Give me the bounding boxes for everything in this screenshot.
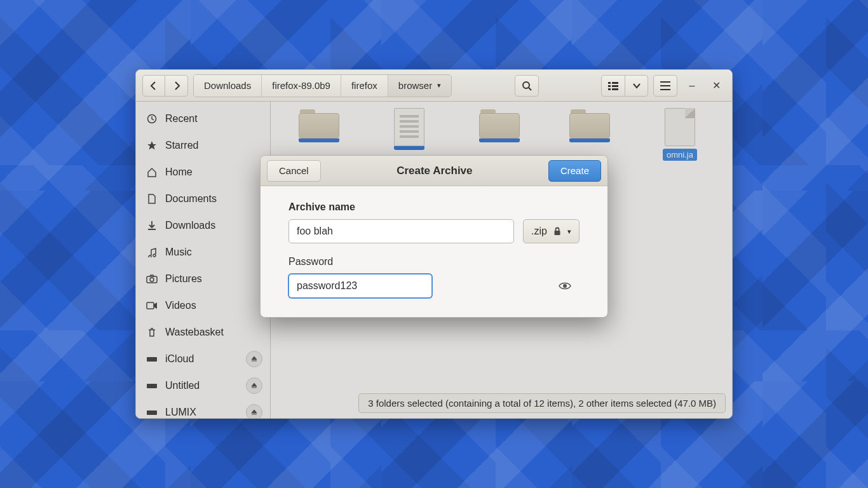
sidebar-item-wastebasket[interactable]: Wastebasket <box>136 319 270 346</box>
sidebar-item-downloads[interactable]: Downloads <box>136 212 270 239</box>
file-item[interactable]: omni.ja <box>651 108 709 161</box>
file-item[interactable] <box>290 108 348 161</box>
search-button[interactable] <box>515 75 539 97</box>
sidebar-item-label: Starred <box>165 140 198 151</box>
sidebar-item-label: Videos <box>165 300 196 311</box>
folder-icon <box>299 108 339 139</box>
sidebar-item-label: Music <box>165 247 192 258</box>
chevron-left-icon <box>150 81 158 90</box>
status-bar: 3 folders selected (containing a total o… <box>358 393 726 413</box>
svg-point-15 <box>563 284 567 288</box>
sidebar-item-lumix[interactable]: LUMIX <box>136 399 270 418</box>
create-archive-dialog: Cancel Create Archive Create Archive nam… <box>260 155 608 318</box>
password-input[interactable] <box>288 274 432 298</box>
sidebar-item-icloud[interactable]: iCloud <box>136 346 270 372</box>
sidebar-item-pictures[interactable]: Pictures <box>136 266 270 292</box>
breadcrumb-item[interactable]: firefox <box>341 75 388 97</box>
sidebar-item-label: Documents <box>165 193 217 205</box>
file-item[interactable] <box>470 108 529 161</box>
sidebar-item-documents[interactable]: Documents <box>136 186 270 212</box>
dialog-title: Create Archive <box>397 165 472 177</box>
eject-button[interactable] <box>246 377 262 394</box>
drive-icon <box>146 380 158 391</box>
svg-rect-4 <box>612 85 618 87</box>
archive-extension-value: .zip <box>531 226 547 237</box>
sidebar-item-label: iCloud <box>165 353 194 365</box>
dialog-header: Cancel Create Archive Create <box>261 156 607 186</box>
sidebar-item-label: Untitled <box>165 380 200 391</box>
hamburger-icon <box>660 81 670 90</box>
svg-point-9 <box>150 278 154 281</box>
forward-button[interactable] <box>165 75 188 97</box>
svg-rect-13 <box>147 410 157 415</box>
eye-icon <box>559 281 571 290</box>
svg-rect-11 <box>147 357 157 362</box>
lock-icon <box>553 227 561 236</box>
svg-rect-5 <box>608 88 611 90</box>
sidebar-item-starred[interactable]: Starred <box>136 132 270 159</box>
close-button[interactable]: ✕ <box>707 79 726 92</box>
archive-extension-combo[interactable]: .zip ▾ <box>523 219 580 243</box>
eject-button[interactable] <box>246 404 262 418</box>
svg-rect-6 <box>612 88 618 90</box>
sidebar-item-label: Downloads <box>165 220 215 231</box>
eject-icon <box>251 356 257 362</box>
eject-icon <box>251 409 257 416</box>
chevron-right-icon <box>173 81 180 90</box>
document-icon <box>146 193 158 205</box>
minimize-icon: – <box>689 80 695 91</box>
hamburger-menu-button[interactable] <box>653 75 677 97</box>
places-sidebar: Recent Starred Home Documents Downloads … <box>136 102 271 418</box>
breadcrumb-item[interactable]: Downloads <box>194 75 262 97</box>
chevron-down-icon <box>633 83 641 89</box>
sidebar-item-untitled[interactable]: Untitled <box>136 372 270 399</box>
sidebar-item-videos[interactable]: Videos <box>136 292 270 319</box>
svg-rect-1 <box>608 82 611 84</box>
camera-icon <box>146 273 158 285</box>
folder-icon <box>479 108 520 139</box>
svg-rect-2 <box>612 82 618 84</box>
eject-button[interactable] <box>246 351 262 367</box>
create-button[interactable]: Create <box>548 160 601 182</box>
file-item[interactable] <box>560 108 619 161</box>
svg-rect-3 <box>608 85 611 87</box>
password-label: Password <box>288 256 580 268</box>
clock-icon <box>146 113 158 125</box>
star-icon <box>146 140 158 151</box>
list-view-icon <box>608 81 618 90</box>
breadcrumb: Downloads firefox-89.0b9 firefox browser… <box>193 74 452 97</box>
generic-file-icon <box>665 108 695 146</box>
breadcrumb-item-current[interactable]: browser ▾ <box>388 75 451 97</box>
cancel-button[interactable]: Cancel <box>267 160 321 182</box>
view-options-button[interactable] <box>625 75 648 97</box>
toggle-password-visibility-button[interactable] <box>558 279 572 293</box>
sidebar-item-recent[interactable]: Recent <box>136 105 270 132</box>
file-item[interactable] <box>380 108 438 161</box>
minimize-button[interactable]: – <box>682 80 702 92</box>
sidebar-item-label: Pictures <box>165 273 202 285</box>
text-file-icon <box>394 108 424 146</box>
drive-icon <box>146 407 158 418</box>
back-button[interactable] <box>142 75 165 97</box>
video-icon <box>146 300 158 311</box>
svg-rect-14 <box>555 231 560 235</box>
eject-icon <box>251 383 257 389</box>
svg-rect-12 <box>147 384 157 388</box>
drive-icon <box>146 353 158 365</box>
breadcrumb-label: browser <box>398 80 432 91</box>
sidebar-item-label: Wastebasket <box>165 327 224 338</box>
archive-name-label: Archive name <box>288 201 580 213</box>
sidebar-item-label: Home <box>165 166 193 178</box>
archive-name-input[interactable] <box>288 219 514 243</box>
breadcrumb-item[interactable]: firefox-89.0b9 <box>262 75 341 97</box>
download-icon <box>146 220 158 231</box>
sidebar-item-music[interactable]: Music <box>136 239 270 266</box>
svg-point-0 <box>523 82 529 88</box>
file-label: omni.ja <box>663 149 697 161</box>
view-mode-button[interactable] <box>601 75 625 97</box>
trash-icon <box>146 327 158 338</box>
sidebar-item-home[interactable]: Home <box>136 159 270 186</box>
sidebar-item-label: Recent <box>165 113 198 125</box>
folder-icon <box>569 108 610 139</box>
chevron-down-icon: ▾ <box>437 81 441 90</box>
